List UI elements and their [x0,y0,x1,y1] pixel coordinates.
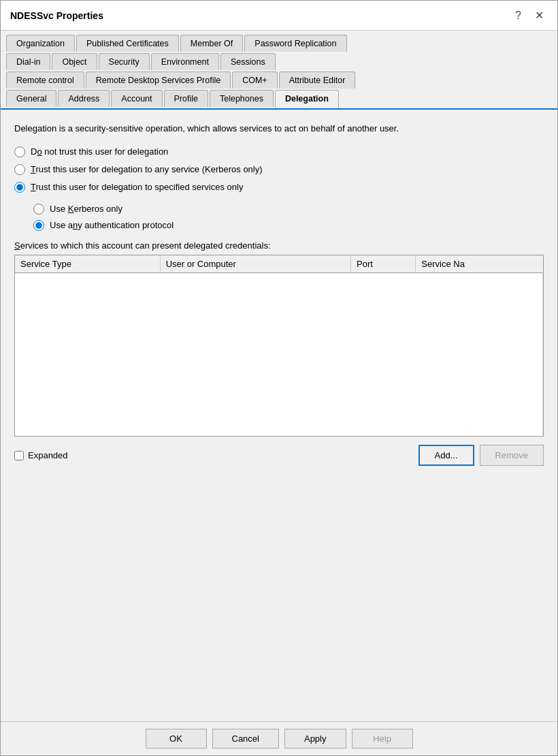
tab-general[interactable]: General [6,90,56,107]
tab-delegation[interactable]: Delegation [275,90,339,108]
tab-row-2: Dial-in Object Security Environment Sess… [6,53,552,70]
remove-button[interactable]: Remove [480,445,544,466]
services-table-container: Service Type User or Computer Port Servi… [14,255,544,437]
radio-any-auth[interactable]: Use any authentication protocol [33,220,544,231]
radio-kerberos-only-label: Use Kerberos only [50,204,122,214]
help-footer-button[interactable]: Help [352,729,413,749]
dialog-footer: OK Cancel Apply Help [1,721,557,755]
tabs-container: Organization Published Certificates Memb… [1,31,557,110]
title-buttons: ? ✕ [511,7,548,23]
close-button[interactable]: ✕ [531,7,548,23]
col-port: Port [351,255,416,273]
delegation-radio-group: Do not trust this user for delegation Tr… [14,146,544,231]
tab-account[interactable]: Account [111,90,162,107]
services-table: Service Type User or Computer Port Servi… [15,255,543,437]
tab-row-1: Organization Published Certificates Memb… [6,35,552,52]
services-label: Services to which this account can prese… [14,240,544,251]
cancel-button[interactable]: Cancel [212,729,279,749]
radio-trust-any-input[interactable] [14,164,25,175]
tab-object[interactable]: Object [52,53,97,70]
expanded-checkbox-label[interactable]: Expanded [14,450,68,460]
dialog-window: NDESSvc Properties ? ✕ Organization Publ… [0,0,558,756]
bottom-controls: Expanded Add... Remove [14,445,544,466]
tab-sessions[interactable]: Sessions [220,53,276,70]
tab-remote-desktop-profile[interactable]: Remote Desktop Services Profile [86,72,231,89]
tab-dial-in[interactable]: Dial-in [6,53,50,70]
action-buttons: Add... Remove [419,445,544,466]
dialog-title: NDESSvc Properties [10,10,103,21]
radio-no-trust-input[interactable] [14,146,25,157]
tab-remote-control[interactable]: Remote control [6,72,84,89]
add-button[interactable]: Add... [419,445,474,466]
col-service-type: Service Type [15,255,160,273]
radio-trust-specified-label: Trust this user for delegation to specif… [31,182,243,192]
tab-password-replication[interactable]: Password Replication [244,35,346,52]
expanded-checkbox[interactable] [14,451,24,460]
table-empty-area [15,272,543,436]
tab-member-of[interactable]: Member Of [180,35,244,52]
tab-security[interactable]: Security [99,53,150,70]
radio-trust-specified[interactable]: Trust this user for delegation to specif… [14,182,544,193]
radio-trust-any[interactable]: Trust this user for delegation to any se… [14,164,544,175]
tab-profile[interactable]: Profile [164,90,208,107]
tab-address[interactable]: Address [58,90,110,107]
radio-no-trust-label: Do not trust this user for delegation [31,146,168,157]
radio-any-auth-input[interactable] [33,220,44,231]
tab-organization[interactable]: Organization [6,35,75,52]
tab-com-plus[interactable]: COM+ [232,72,277,89]
title-bar: NDESSvc Properties ? ✕ [1,1,557,31]
help-button[interactable]: ? [511,8,525,23]
tab-attribute-editor[interactable]: Attribute Editor [279,72,356,89]
col-user-computer: User or Computer [160,255,350,273]
tab-published-certs[interactable]: Published Certificates [76,35,179,52]
tab-row-4: General Address Account Profile Telephon… [6,90,552,107]
expanded-label: Expanded [28,450,68,460]
table-body[interactable] [15,272,543,436]
col-service-name: Service Na [416,255,543,273]
tab-row-3: Remote control Remote Desktop Services P… [6,72,552,89]
sub-radio-group: Use Kerberos only Use any authentication… [33,204,544,231]
radio-trust-specified-input[interactable] [14,182,25,193]
tab-content: Delegation is a security-sensitive opera… [1,110,557,721]
radio-no-trust[interactable]: Do not trust this user for delegation [14,146,544,157]
tab-environment[interactable]: Environment [151,53,219,70]
radio-kerberos-only-input[interactable] [33,204,44,215]
ok-button[interactable]: OK [146,729,207,749]
radio-any-auth-label: Use any authentication protocol [50,220,174,230]
description-text: Delegation is a security-sensitive opera… [14,122,544,136]
table-header-row: Service Type User or Computer Port Servi… [15,255,543,273]
radio-kerberos-only[interactable]: Use Kerberos only [33,204,544,215]
radio-trust-any-label: Trust this user for delegation to any se… [31,164,263,174]
tab-telephones[interactable]: Telephones [210,90,274,107]
apply-button[interactable]: Apply [284,729,346,749]
